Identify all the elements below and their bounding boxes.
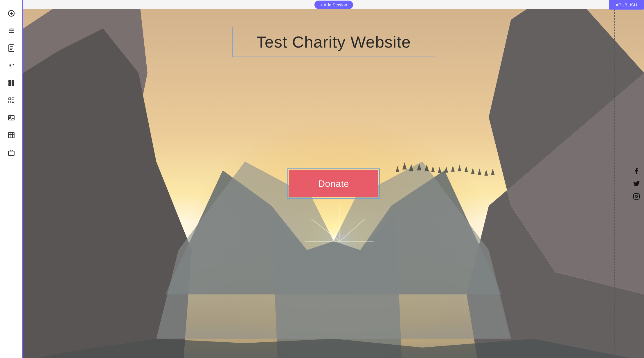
svg-rect-13 [12,80,14,83]
add-element-button[interactable] [4,6,19,21]
donate-wrapper: Donate [287,169,380,199]
table-button[interactable] [4,128,19,143]
left-sidebar: A [0,0,23,358]
svg-rect-17 [12,98,14,100]
svg-rect-26 [8,151,14,156]
svg-text:A: A [8,63,12,68]
grid-button[interactable] [4,75,19,91]
donate-button[interactable]: Donate [289,170,378,197]
site-title: Test Charity Website [256,33,411,51]
guide-line-right [614,9,615,358]
svg-rect-16 [9,98,11,100]
svg-rect-19 [8,115,14,120]
svg-rect-21 [8,133,14,138]
title-box[interactable]: Test Charity Website [232,27,435,57]
media-button[interactable] [4,110,19,125]
svg-rect-12 [8,80,11,83]
guide-line-left [70,9,70,358]
svg-rect-59 [634,194,639,199]
svg-marker-11 [12,64,14,66]
menu-button[interactable] [4,23,19,38]
apps-button[interactable] [4,93,19,108]
facebook-icon[interactable] [633,167,640,174]
svg-rect-18 [9,101,11,103]
preview-area: Test Charity Website Donate [23,9,644,358]
twitter-icon[interactable] [633,180,640,187]
publish-button[interactable]: #PUBLISH [609,0,644,10]
svg-rect-14 [8,83,11,86]
page-button[interactable] [4,41,19,56]
top-bar: + Add Section #PUBLISH [23,0,644,9]
title-container: Test Charity Website [232,27,435,57]
ecommerce-button[interactable] [4,145,19,160]
instagram-icon[interactable] [633,193,640,200]
social-sidebar [629,162,644,206]
svg-point-61 [638,195,638,195]
donate-container: Donate [287,169,380,199]
main-content: + Add Section #PUBLISH [23,0,644,358]
svg-rect-15 [12,83,14,86]
svg-point-60 [635,195,638,198]
add-section-button[interactable]: + Add Section [314,1,353,9]
typography-button[interactable]: A [4,58,19,73]
